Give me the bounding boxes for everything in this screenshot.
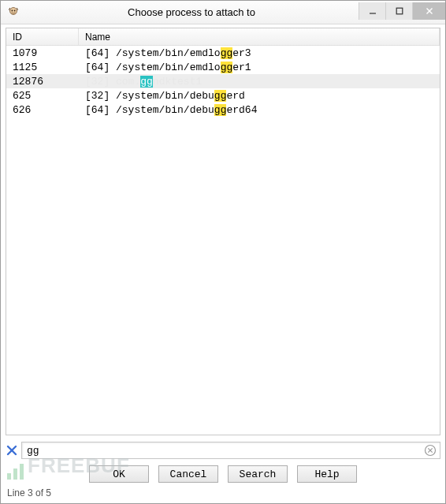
column-header-id[interactable]: ID — [6, 28, 79, 45]
process-id: 12876 — [6, 76, 79, 88]
search-input[interactable] — [21, 442, 440, 459]
dialog-buttons: OK Cancel Search Help — [1, 462, 445, 484]
process-id: 625 — [6, 90, 79, 102]
help-button[interactable]: Help — [297, 465, 357, 483]
clear-query-icon[interactable] — [6, 444, 18, 457]
process-list[interactable]: ID Name 1079[64] /system/bin/emdlogger31… — [6, 28, 440, 435]
process-row[interactable]: 1125[64] /system/bin/emdlogger1 — [6, 60, 440, 74]
clear-text-icon[interactable] — [424, 444, 437, 457]
minimize-button[interactable] — [359, 2, 385, 20]
process-name: [64] /system/bin/emdlogger3 — [79, 47, 440, 59]
cancel-button[interactable]: Cancel — [158, 465, 218, 483]
svg-point-1 — [12, 9, 13, 11]
svg-rect-4 — [396, 8, 403, 14]
search-bar — [1, 439, 445, 462]
status-line-text: Line 3 of 5 — [7, 487, 51, 498]
process-list-rows[interactable]: 1079[64] /system/bin/emdlogger31125[64] … — [6, 46, 440, 435]
svg-point-2 — [14, 9, 16, 11]
maximize-button[interactable] — [385, 2, 412, 20]
app-icon — [7, 6, 20, 19]
process-id: 1079 — [6, 47, 79, 59]
process-row[interactable]: 626[64] /system/bin/debuggerd64 — [6, 103, 440, 117]
process-name: [64] /system/bin/emdlogger1 — [79, 62, 440, 73]
close-button[interactable] — [412, 2, 445, 20]
process-row[interactable]: 1079[64] /system/bin/emdlogger3 — [6, 46, 440, 60]
status-bar: Line 3 of 5 — [1, 484, 445, 503]
column-header-name[interactable]: Name — [79, 28, 440, 45]
process-row[interactable]: 12876[32] com.ggndktest1 — [6, 74, 440, 88]
process-id: 626 — [6, 104, 79, 116]
window-controls — [359, 2, 445, 20]
process-list-header: ID Name — [6, 28, 440, 46]
search-button[interactable]: Search — [228, 465, 288, 483]
process-name: [32] com.ggndktest1 — [79, 76, 440, 88]
process-id: 1125 — [6, 62, 79, 73]
title-bar: Choose process to attach to — [1, 1, 445, 24]
window-title: Choose process to attach to — [24, 6, 359, 18]
process-name: [32] /system/bin/debuggerd — [79, 90, 440, 102]
process-row[interactable]: 625[32] /system/bin/debuggerd — [6, 88, 440, 103]
ok-button[interactable]: OK — [89, 465, 149, 483]
process-name: [64] /system/bin/debuggerd64 — [79, 104, 440, 116]
